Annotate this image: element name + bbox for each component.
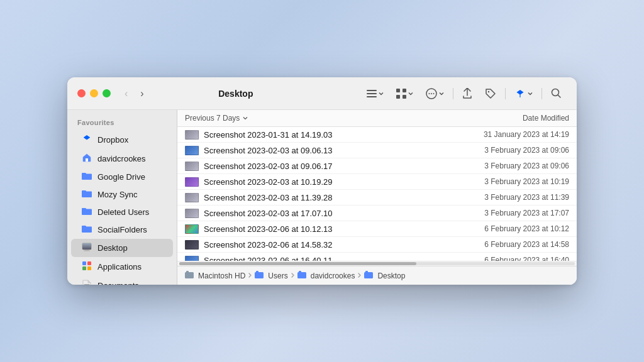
share-button[interactable] xyxy=(457,85,477,102)
sidebar-item-desktop[interactable]: Desktop xyxy=(71,239,173,257)
file-date: 3 February 2023 at 09:06 xyxy=(431,146,569,155)
sidebar-label-davidcrookes: davidcrookes xyxy=(97,154,146,163)
svg-rect-32 xyxy=(365,271,368,273)
toolbar-right xyxy=(362,85,567,102)
sidebar-icon-google-drive xyxy=(81,172,92,182)
path-icon xyxy=(297,271,306,280)
sidebar-item-mozy-sync[interactable]: Mozy Sync xyxy=(71,186,173,203)
file-row[interactable]: Screenshot 2023-01-31 at 14.19.03 31 Jan… xyxy=(177,127,577,143)
finder-window: ‹ › Desktop xyxy=(67,77,577,285)
file-icon xyxy=(185,255,199,261)
file-icon xyxy=(185,192,199,202)
sidebar-item-applications[interactable]: Applications xyxy=(71,258,173,276)
file-name: Screenshot 2023-02-03 at 10.19.29 xyxy=(204,177,431,187)
title-bar: ‹ › Desktop xyxy=(67,77,577,110)
svg-rect-6 xyxy=(402,95,406,99)
file-row[interactable]: Screenshot 2023-02-03 at 11.39.28 3 Febr… xyxy=(177,190,577,206)
path-label: Macintosh HD xyxy=(198,272,245,280)
sidebar-item-social-folders[interactable]: SocialFolders xyxy=(71,221,173,238)
horizontal-scrollbar[interactable] xyxy=(177,261,577,266)
svg-rect-5 xyxy=(396,95,400,99)
sidebar-item-dropbox[interactable]: Dropbox xyxy=(71,131,173,149)
view-list-button[interactable] xyxy=(362,86,389,101)
svg-rect-0 xyxy=(367,90,377,91)
path-separator xyxy=(291,272,295,280)
sidebar-item-documents[interactable]: Documents xyxy=(71,277,173,285)
svg-rect-21 xyxy=(87,266,91,270)
file-row[interactable]: Screenshot 2023-02-03 at 09.06.17 3 Febr… xyxy=(177,158,577,174)
svg-point-8 xyxy=(429,93,430,94)
svg-rect-16 xyxy=(85,250,89,251)
svg-rect-31 xyxy=(364,272,373,278)
file-row[interactable]: Screenshot 2023-02-06 at 14.58.32 6 Febr… xyxy=(177,237,577,253)
file-icon xyxy=(185,129,199,140)
svg-rect-1 xyxy=(367,93,377,94)
file-icon xyxy=(185,239,199,250)
file-row[interactable]: Screenshot 2023-02-03 at 10.19.29 3 Febr… xyxy=(177,174,577,190)
file-row[interactable]: Screenshot 2023-02-06 at 16.40.11 6 Febr… xyxy=(177,253,577,261)
file-list-header: Previous 7 Days Date Modified xyxy=(177,110,577,127)
path-label: davidcrookes xyxy=(311,272,355,280)
svg-rect-13 xyxy=(86,158,88,162)
path-icon xyxy=(185,271,194,280)
sidebar-label-deleted-users: Deleted Users xyxy=(97,207,149,217)
sidebar-item-davidcrookes[interactable]: davidcrookes xyxy=(71,150,173,168)
scrollbar-track xyxy=(179,262,575,265)
path-item-1[interactable]: Users xyxy=(255,271,287,280)
sidebar-label-social-folders: SocialFolders xyxy=(97,225,147,234)
svg-rect-17 xyxy=(84,251,90,251)
sidebar-icon-davidcrookes xyxy=(81,153,92,165)
svg-point-11 xyxy=(488,90,489,92)
sidebar-label-desktop: Desktop xyxy=(97,243,128,253)
content-area: Favourites Dropbox davidcrookes Google D… xyxy=(67,110,577,285)
dropbox-button[interactable] xyxy=(509,85,538,102)
file-name: Screenshot 2023-02-03 at 11.39.28 xyxy=(204,193,431,202)
path-item-0[interactable]: Macintosh HD xyxy=(185,271,245,280)
sidebar-section-label: Favourites xyxy=(67,116,177,130)
minimize-button[interactable] xyxy=(90,89,98,97)
section-label-text: Previous 7 Days xyxy=(185,114,240,123)
file-area: Previous 7 Days Date Modified Screenshot… xyxy=(177,110,577,285)
svg-point-10 xyxy=(433,93,435,94)
close-button[interactable] xyxy=(77,89,86,97)
file-date: 6 February 2023 at 16:40 xyxy=(431,256,569,261)
svg-rect-28 xyxy=(256,271,258,273)
file-date: 6 February 2023 at 10:12 xyxy=(431,224,569,233)
sidebar-icon-deleted-users xyxy=(81,207,92,217)
file-icon xyxy=(185,145,199,155)
path-item-3[interactable]: Desktop xyxy=(364,271,405,280)
path-item-2[interactable]: davidcrookes xyxy=(297,271,355,280)
name-column-header: Previous 7 Days xyxy=(185,114,431,123)
files-list[interactable]: Screenshot 2023-01-31 at 14.19.03 31 Jan… xyxy=(177,127,577,261)
sidebar-icon-documents xyxy=(81,280,92,285)
sidebar-item-google-drive[interactable]: Google Drive xyxy=(71,168,173,185)
maximize-button[interactable] xyxy=(103,89,111,97)
file-icon xyxy=(185,208,199,218)
file-date: 31 January 2023 at 14:19 xyxy=(431,130,569,139)
view-grid-button[interactable] xyxy=(391,85,418,102)
sidebar-item-deleted-users[interactable]: Deleted Users xyxy=(71,204,173,221)
file-date: 3 February 2023 at 10:19 xyxy=(431,177,569,186)
svg-rect-26 xyxy=(186,271,189,273)
tag-button[interactable] xyxy=(480,85,501,102)
svg-rect-30 xyxy=(299,271,301,273)
scrollbar-thumb[interactable] xyxy=(179,262,416,265)
file-row[interactable]: Screenshot 2023-02-06 at 10.12.13 6 Febr… xyxy=(177,221,577,237)
file-icon xyxy=(185,161,199,171)
file-row[interactable]: Screenshot 2023-02-03 at 17.07.10 3 Febr… xyxy=(177,206,577,221)
sidebar-items-container: Dropbox davidcrookes Google Drive Mozy S… xyxy=(67,131,177,285)
search-button[interactable] xyxy=(546,85,567,102)
sidebar: Favourites Dropbox davidcrookes Google D… xyxy=(67,110,177,285)
sidebar-label-applications: Applications xyxy=(97,262,142,272)
svg-rect-19 xyxy=(87,261,91,265)
file-icon xyxy=(185,177,199,187)
path-label: Users xyxy=(268,272,287,280)
svg-rect-18 xyxy=(82,261,86,265)
date-column-header: Date Modified xyxy=(431,114,569,123)
more-button[interactable] xyxy=(421,85,449,102)
file-row[interactable]: Screenshot 2023-02-03 at 09.06.13 3 Febr… xyxy=(177,143,577,158)
path-label: Desktop xyxy=(377,272,405,280)
path-separator xyxy=(248,272,252,280)
path-icon xyxy=(364,271,373,280)
file-name: Screenshot 2023-02-03 at 17.07.10 xyxy=(204,209,431,218)
